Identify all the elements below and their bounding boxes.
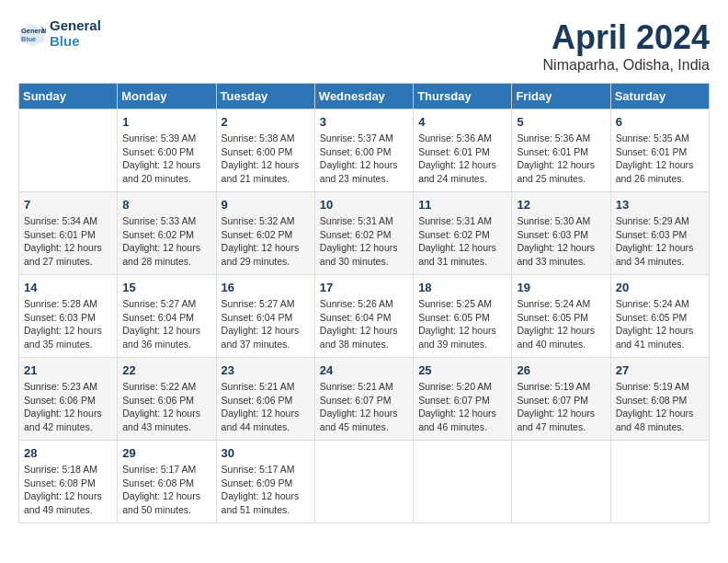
calendar-cell: 16Sunrise: 5:27 AM Sunset: 6:04 PM Dayli… — [216, 275, 314, 358]
svg-text:General: General — [21, 26, 46, 34]
day-number: 27 — [616, 363, 704, 377]
day-number: 23 — [222, 363, 310, 377]
logo-general: General — [50, 18, 101, 34]
cell-content: Sunrise: 5:21 AM Sunset: 6:06 PM Dayligh… — [222, 380, 310, 434]
calendar-cell: 24Sunrise: 5:21 AM Sunset: 6:07 PM Dayli… — [314, 358, 413, 441]
day-number: 4 — [418, 115, 506, 129]
cell-content: Sunrise: 5:26 AM Sunset: 6:04 PM Dayligh… — [320, 297, 408, 351]
cell-content: Sunrise: 5:21 AM Sunset: 6:07 PM Dayligh… — [320, 380, 408, 434]
day-number: 1 — [122, 115, 210, 129]
calendar-cell — [414, 441, 512, 523]
cell-content: Sunrise: 5:30 AM Sunset: 6:03 PM Dayligh… — [517, 214, 605, 269]
title-area: April 2024 Nimaparha, Odisha, India — [543, 18, 710, 74]
day-number: 2 — [222, 115, 310, 129]
calendar-cell: 1Sunrise: 5:39 AM Sunset: 6:00 PM Daylig… — [118, 109, 216, 192]
calendar-cell: 21Sunrise: 5:23 AM Sunset: 6:06 PM Dayli… — [19, 358, 118, 441]
calendar-cell: 28Sunrise: 5:18 AM Sunset: 6:08 PM Dayli… — [19, 441, 118, 523]
cell-content: Sunrise: 5:31 AM Sunset: 6:02 PM Dayligh… — [418, 214, 506, 269]
logo-blue: Blue — [50, 34, 101, 50]
calendar-cell: 18Sunrise: 5:25 AM Sunset: 6:05 PM Dayli… — [414, 275, 512, 358]
day-number: 19 — [517, 281, 605, 294]
day-number: 8 — [122, 198, 210, 212]
cell-content: Sunrise: 5:33 AM Sunset: 6:02 PM Dayligh… — [122, 214, 210, 269]
header-day-monday: Monday — [118, 84, 216, 109]
day-number: 22 — [122, 363, 210, 377]
week-row-5: 28Sunrise: 5:18 AM Sunset: 6:08 PM Dayli… — [19, 441, 710, 523]
calendar-cell: 23Sunrise: 5:21 AM Sunset: 6:06 PM Dayli… — [216, 358, 314, 441]
calendar-cell: 17Sunrise: 5:26 AM Sunset: 6:04 PM Dayli… — [314, 275, 413, 358]
calendar-cell: 20Sunrise: 5:24 AM Sunset: 6:05 PM Dayli… — [610, 275, 709, 358]
day-number: 6 — [616, 115, 704, 129]
day-number: 7 — [24, 198, 112, 212]
header-day-sunday: Sunday — [19, 84, 118, 109]
calendar-cell: 3Sunrise: 5:37 AM Sunset: 6:00 PM Daylig… — [314, 109, 413, 192]
calendar-cell: 8Sunrise: 5:33 AM Sunset: 6:02 PM Daylig… — [118, 192, 216, 275]
cell-content: Sunrise: 5:17 AM Sunset: 6:09 PM Dayligh… — [222, 463, 310, 517]
day-number: 12 — [517, 198, 605, 212]
calendar-cell: 7Sunrise: 5:34 AM Sunset: 6:01 PM Daylig… — [19, 192, 118, 275]
logo-icon: General Blue — [18, 20, 46, 48]
cell-content: Sunrise: 5:27 AM Sunset: 6:04 PM Dayligh… — [122, 297, 210, 351]
calendar-cell — [314, 441, 413, 523]
cell-content: Sunrise: 5:22 AM Sunset: 6:06 PM Dayligh… — [122, 380, 210, 434]
logo: General Blue General Blue — [18, 18, 101, 49]
calendar-body: 1Sunrise: 5:39 AM Sunset: 6:00 PM Daylig… — [19, 109, 710, 523]
calendar-cell: 2Sunrise: 5:38 AM Sunset: 6:00 PM Daylig… — [216, 109, 314, 192]
day-number: 15 — [122, 281, 210, 294]
day-number: 9 — [222, 198, 310, 212]
calendar-cell — [512, 441, 610, 523]
day-number: 14 — [24, 281, 112, 294]
day-number: 18 — [418, 281, 506, 294]
cell-content: Sunrise: 5:28 AM Sunset: 6:03 PM Dayligh… — [24, 297, 112, 351]
cell-content: Sunrise: 5:29 AM Sunset: 6:03 PM Dayligh… — [616, 214, 704, 269]
calendar-header: SundayMondayTuesdayWednesdayThursdayFrid… — [19, 84, 710, 109]
calendar-cell: 25Sunrise: 5:20 AM Sunset: 6:07 PM Dayli… — [414, 358, 512, 441]
calendar-cell: 6Sunrise: 5:35 AM Sunset: 6:01 PM Daylig… — [610, 109, 709, 192]
day-number: 5 — [517, 115, 605, 129]
header-day-friday: Friday — [512, 84, 610, 109]
calendar-cell: 4Sunrise: 5:36 AM Sunset: 6:01 PM Daylig… — [414, 109, 512, 192]
day-number: 24 — [320, 363, 408, 377]
cell-content: Sunrise: 5:19 AM Sunset: 6:07 PM Dayligh… — [517, 380, 605, 434]
day-number: 16 — [222, 281, 310, 294]
day-number: 26 — [517, 363, 605, 377]
calendar-cell: 14Sunrise: 5:28 AM Sunset: 6:03 PM Dayli… — [19, 275, 118, 358]
calendar-cell: 13Sunrise: 5:29 AM Sunset: 6:03 PM Dayli… — [610, 192, 709, 275]
calendar-cell: 9Sunrise: 5:32 AM Sunset: 6:02 PM Daylig… — [216, 192, 314, 275]
cell-content: Sunrise: 5:27 AM Sunset: 6:04 PM Dayligh… — [222, 297, 310, 351]
calendar-cell: 22Sunrise: 5:22 AM Sunset: 6:06 PM Dayli… — [118, 358, 216, 441]
day-number: 13 — [616, 198, 704, 212]
cell-content: Sunrise: 5:19 AM Sunset: 6:08 PM Dayligh… — [616, 380, 704, 434]
calendar-cell: 27Sunrise: 5:19 AM Sunset: 6:08 PM Dayli… — [610, 358, 709, 441]
day-number: 25 — [418, 363, 506, 377]
cell-content: Sunrise: 5:36 AM Sunset: 6:01 PM Dayligh… — [418, 132, 506, 186]
calendar-cell: 5Sunrise: 5:36 AM Sunset: 6:01 PM Daylig… — [512, 109, 610, 192]
cell-content: Sunrise: 5:34 AM Sunset: 6:01 PM Dayligh… — [24, 214, 112, 269]
day-number: 29 — [122, 446, 210, 460]
calendar-cell: 11Sunrise: 5:31 AM Sunset: 6:02 PM Dayli… — [414, 192, 512, 275]
day-number: 17 — [320, 281, 408, 294]
day-number: 21 — [24, 363, 112, 377]
day-number: 10 — [320, 198, 408, 212]
header-day-thursday: Thursday — [414, 84, 512, 109]
cell-content: Sunrise: 5:17 AM Sunset: 6:08 PM Dayligh… — [122, 463, 210, 517]
cell-content: Sunrise: 5:23 AM Sunset: 6:06 PM Dayligh… — [24, 380, 112, 434]
week-row-1: 1Sunrise: 5:39 AM Sunset: 6:00 PM Daylig… — [19, 109, 710, 192]
calendar-cell: 26Sunrise: 5:19 AM Sunset: 6:07 PM Dayli… — [512, 358, 610, 441]
cell-content: Sunrise: 5:24 AM Sunset: 6:05 PM Dayligh… — [517, 297, 605, 351]
cell-content: Sunrise: 5:25 AM Sunset: 6:05 PM Dayligh… — [418, 297, 506, 351]
cell-content: Sunrise: 5:35 AM Sunset: 6:01 PM Dayligh… — [616, 132, 704, 186]
page-header: General Blue General Blue April 2024 Nim… — [18, 18, 710, 74]
header-row: SundayMondayTuesdayWednesdayThursdayFrid… — [19, 84, 710, 109]
calendar-cell — [19, 109, 118, 192]
calendar-cell: 29Sunrise: 5:17 AM Sunset: 6:08 PM Dayli… — [118, 441, 216, 523]
header-day-saturday: Saturday — [610, 84, 709, 109]
cell-content: Sunrise: 5:24 AM Sunset: 6:05 PM Dayligh… — [616, 297, 704, 351]
cell-content: Sunrise: 5:18 AM Sunset: 6:08 PM Dayligh… — [24, 463, 112, 517]
day-number: 11 — [418, 198, 506, 212]
calendar-cell: 19Sunrise: 5:24 AM Sunset: 6:05 PM Dayli… — [512, 275, 610, 358]
calendar-cell: 10Sunrise: 5:31 AM Sunset: 6:02 PM Dayli… — [314, 192, 413, 275]
week-row-3: 14Sunrise: 5:28 AM Sunset: 6:03 PM Dayli… — [19, 275, 710, 358]
cell-content: Sunrise: 5:37 AM Sunset: 6:00 PM Dayligh… — [320, 132, 408, 186]
subtitle: Nimaparha, Odisha, India — [543, 57, 710, 74]
